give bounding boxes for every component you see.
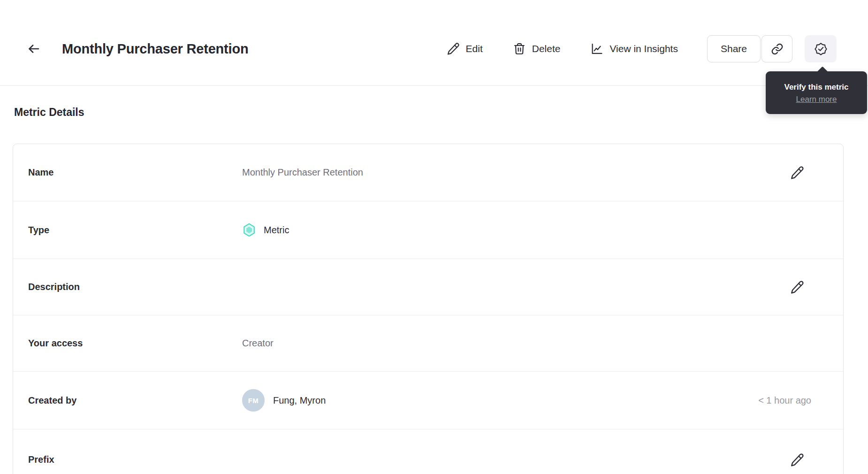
- row-type-value: Metric: [264, 225, 289, 236]
- edit-description-button[interactable]: [788, 278, 807, 297]
- tooltip-title: Verify this metric: [772, 81, 860, 93]
- row-name-label: Name: [28, 167, 242, 178]
- back-button[interactable]: [24, 39, 43, 58]
- created-timestamp: < 1 hour ago: [758, 395, 811, 406]
- row-type-label: Type: [28, 225, 242, 236]
- row-your-access-value: Creator: [242, 338, 828, 349]
- page-title: Monthly Purchaser Retention: [62, 41, 248, 57]
- hexagon-metric-icon: [242, 222, 256, 237]
- edit-button-label: Edit: [466, 43, 483, 54]
- pencil-icon: [790, 166, 804, 180]
- row-prefix: Prefix: [13, 429, 843, 474]
- section-title: Metric Details: [14, 105, 868, 120]
- row-your-access: Your access Creator: [13, 315, 843, 371]
- row-created-by-value: Fung, Myron: [273, 395, 326, 406]
- row-created-by-label: Created by: [28, 395, 242, 406]
- row-prefix-label: Prefix: [28, 454, 242, 465]
- verify-metric-button[interactable]: [805, 35, 837, 62]
- edit-button[interactable]: Edit: [447, 42, 483, 55]
- row-description-label: Description: [28, 282, 242, 292]
- edit-prefix-button[interactable]: [788, 451, 807, 469]
- toolbar: Edit Delete View in Insights Share: [447, 35, 837, 62]
- verify-tooltip: Verify this metric Learn more: [766, 71, 867, 114]
- copy-link-button[interactable]: [761, 35, 792, 62]
- pencil-icon: [790, 280, 804, 294]
- row-description: Description: [13, 259, 843, 315]
- view-in-insights-label: View in Insights: [609, 43, 678, 54]
- verified-badge-icon: [814, 42, 828, 56]
- line-chart-icon: [590, 42, 603, 55]
- metric-details-card: Name Monthly Purchaser Retention Type Me…: [13, 144, 844, 474]
- row-type: Type Metric: [13, 201, 843, 259]
- pencil-icon: [790, 453, 804, 467]
- link-icon: [771, 43, 784, 55]
- learn-more-link[interactable]: Learn more: [796, 95, 837, 104]
- page-header: Monthly Purchaser Retention Edit Delete …: [0, 0, 868, 86]
- delete-button[interactable]: Delete: [513, 42, 561, 55]
- delete-button-label: Delete: [532, 43, 561, 54]
- edit-name-button[interactable]: [788, 163, 807, 182]
- share-button[interactable]: Share: [707, 35, 761, 62]
- row-name-value: Monthly Purchaser Retention: [242, 167, 788, 178]
- row-name: Name Monthly Purchaser Retention: [13, 144, 843, 201]
- trash-icon: [513, 42, 526, 55]
- row-your-access-label: Your access: [28, 338, 242, 349]
- pencil-icon: [447, 42, 460, 55]
- row-created-by: Created by FM Fung, Myron < 1 hour ago: [13, 371, 843, 429]
- avatar: FM: [242, 389, 265, 412]
- view-in-insights-button[interactable]: View in Insights: [590, 42, 678, 55]
- arrow-left-icon: [27, 42, 41, 56]
